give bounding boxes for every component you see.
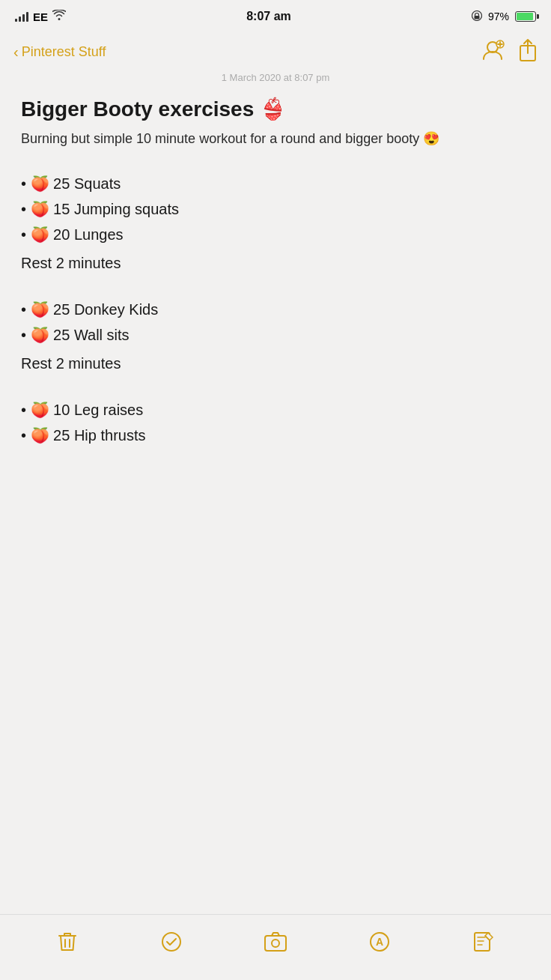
nav-icons <box>482 38 538 65</box>
time-display: 8:07 am <box>246 10 291 23</box>
back-label: Pinterest Stuff <box>22 44 106 60</box>
exercise-section-2: • 🍑 25 Donkey Kids • 🍑 25 Wall sits Rest… <box>21 297 530 376</box>
exercise-item-1-2: • 🍑 15 Jumping squats <box>21 196 530 222</box>
exercise-section-3: • 🍑 10 Leg raises • 🍑 25 Hip thrusts <box>21 397 530 448</box>
signal-bars <box>15 11 28 22</box>
back-button[interactable]: ‹ Pinterest Stuff <box>13 43 106 61</box>
camera-button[interactable] <box>259 925 292 958</box>
checklist-button[interactable] <box>155 925 188 958</box>
marker-button[interactable]: A <box>363 925 396 958</box>
svg-point-9 <box>162 933 180 951</box>
battery-icon <box>515 11 536 22</box>
exercise-item-2-1: • 🍑 25 Donkey Kids <box>21 297 530 322</box>
add-contact-button[interactable] <box>482 40 505 64</box>
screen-lock-icon <box>472 10 482 23</box>
status-left: EE <box>15 10 66 23</box>
note-title: Bigger Booty exercises 👙 <box>21 97 530 122</box>
nav-bar: ‹ Pinterest Stuff <box>0 33 551 70</box>
exercise-item-3-1: • 🍑 10 Leg raises <box>21 397 530 423</box>
carrier-label: EE <box>33 10 48 23</box>
svg-point-11 <box>272 940 279 947</box>
back-chevron-icon: ‹ <box>13 43 19 61</box>
date-stamp: 1 March 2020 at 8:07 pm <box>0 70 551 89</box>
note-content: Bigger Booty exercises 👙 Burning but sim… <box>0 89 551 484</box>
rest-text-1: Rest 2 minutes <box>21 250 530 276</box>
svg-rect-10 <box>265 936 286 951</box>
exercise-item-2-2: • 🍑 25 Wall sits <box>21 322 530 348</box>
wifi-icon <box>52 10 66 23</box>
exercise-item-1-1: • 🍑 25 Squats <box>21 171 530 196</box>
battery-percent: 97% <box>488 10 509 22</box>
share-button[interactable] <box>518 38 538 65</box>
exercise-item-1-3: • 🍑 20 Lunges <box>21 222 530 247</box>
note-subtitle: Burning but simple 10 minute workout for… <box>21 130 530 148</box>
delete-button[interactable] <box>51 925 84 958</box>
edit-button[interactable] <box>467 925 500 958</box>
exercise-item-3-2: • 🍑 25 Hip thrusts <box>21 423 530 448</box>
bottom-toolbar: A <box>0 914 551 980</box>
rest-text-2: Rest 2 minutes <box>21 351 530 376</box>
status-bar: EE 8:07 am 97% <box>0 0 551 33</box>
exercise-section-1: • 🍑 25 Squats • 🍑 15 Jumping squats • 🍑 … <box>21 171 530 276</box>
svg-rect-1 <box>474 16 479 19</box>
svg-text:A: A <box>376 936 383 948</box>
status-right: 97% <box>472 10 536 23</box>
